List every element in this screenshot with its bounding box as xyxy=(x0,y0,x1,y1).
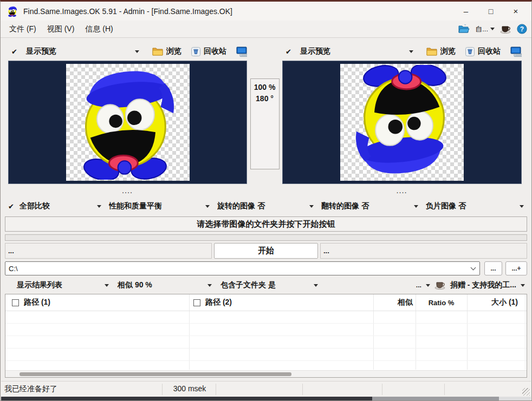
folder-path-combobox[interactable]: C:\ xyxy=(5,261,480,275)
combo-chevron-icon xyxy=(471,265,476,271)
menu-auto-label: 自... xyxy=(475,24,488,34)
left-preview-panel[interactable] xyxy=(8,61,247,184)
title-bar: Find.Same.Images.OK 5.91 - Admin - [Find… xyxy=(1,2,531,21)
left-panel-expander[interactable]: .... xyxy=(8,188,247,194)
left-browse-button[interactable]: 浏览 xyxy=(152,47,181,56)
browse-folder-button[interactable]: ... xyxy=(484,261,502,275)
menu-bar: 文件 (F) 视图 (V) 信息 (H) 自... ? xyxy=(1,21,531,38)
menu-auto-dropdown[interactable]: 自... xyxy=(475,24,495,34)
help-icon[interactable]: ? xyxy=(517,24,527,34)
path-row: C:\ ... ...+ xyxy=(5,261,527,275)
monitor-icon xyxy=(510,47,522,57)
window-title: Find.Same.Images.OK 5.91 - Admin - [Find… xyxy=(23,7,232,16)
left-recycle-button[interactable]: 回收站 xyxy=(191,47,226,56)
show-results-dropdown[interactable]: 显示结果列表 xyxy=(17,280,118,290)
smiley-image-right-rotated xyxy=(345,65,459,180)
right-preview-image xyxy=(340,64,464,181)
compare-all-label: 全部比较 xyxy=(20,201,50,211)
select-all-checkbox-2[interactable] xyxy=(193,299,200,306)
column-header-path2[interactable]: 路径 (2) xyxy=(189,294,373,311)
results-table-header: 路径 (1) 路径 (2) 相似 Ratio % 大小 (1) xyxy=(5,294,527,311)
add-folder-button[interactable]: ...+ xyxy=(505,261,527,275)
zoom-info-box: 100 % 180 ° xyxy=(250,78,280,169)
more-options-label[interactable]: ... xyxy=(416,281,421,289)
scrollbar-thumb[interactable] xyxy=(20,372,291,376)
results-table: 路径 (1) 路径 (2) 相似 Ratio % 大小 (1) xyxy=(5,294,527,378)
instruction-text: 请选择带图像的文件夹并按下开始按钮 xyxy=(197,219,335,229)
preview-toolbars: ✔ 显示预览 浏览 回收站 xyxy=(1,42,531,61)
left-recycle-label: 回收站 xyxy=(204,47,226,56)
left-open-button[interactable]: 打 xyxy=(236,47,247,57)
folder-icon xyxy=(152,47,163,56)
right-open-button[interactable]: 打 xyxy=(510,47,522,57)
column-header-path1[interactable]: 路径 (1) xyxy=(5,294,189,311)
quality-balance-dropdown[interactable]: 性能和质量平衡 xyxy=(109,201,217,211)
start-button[interactable]: 开始 xyxy=(214,243,318,259)
quality-balance-label: 性能和质量平衡 xyxy=(109,201,162,211)
chevron-down-icon[interactable] xyxy=(426,284,430,287)
subfolders-dropdown[interactable]: 包含子文件夹 是 xyxy=(220,280,327,290)
chevron-down-icon[interactable] xyxy=(521,284,525,287)
chevron-down-icon xyxy=(97,205,101,208)
menu-info[interactable]: 信息 (H) xyxy=(80,22,118,36)
horizontal-scrollbar[interactable] xyxy=(5,370,527,377)
chevron-down-icon xyxy=(414,205,418,208)
minimize-button[interactable]: – xyxy=(453,3,478,19)
right-panel-expander[interactable]: .... xyxy=(282,188,522,194)
chevron-down-icon xyxy=(207,284,212,287)
select-all-checkbox-1[interactable] xyxy=(12,299,19,306)
rotated-images-label: 旋转的图像 否 xyxy=(217,201,265,211)
close-button[interactable]: × xyxy=(503,3,528,19)
right-recycle-button[interactable]: 回收站 xyxy=(465,47,501,56)
status-divider xyxy=(162,384,163,395)
chevron-down-icon xyxy=(314,284,318,287)
menu-file[interactable]: 文件 (F) xyxy=(4,22,42,36)
similarity-label: 相似 90 % xyxy=(118,280,152,290)
recycle-bin-icon xyxy=(191,47,200,56)
right-show-preview-dropdown[interactable]: ✔ 显示预览 xyxy=(282,47,417,56)
column-header-similar[interactable]: 相似 xyxy=(373,294,416,311)
status-ready-text: 我已经准备好了 xyxy=(4,384,57,394)
folder-icon xyxy=(426,47,437,56)
column-header-size[interactable]: 大小 (1) xyxy=(467,294,525,311)
similar-header-label: 相似 xyxy=(398,298,413,307)
maximize-button[interactable]: □ xyxy=(478,3,503,19)
status-divider xyxy=(216,384,216,395)
path1-header-label: 路径 (1) xyxy=(24,298,50,307)
zoom-info-column: 100 % 180 ° xyxy=(247,61,282,184)
chevron-down-icon xyxy=(205,205,210,208)
instruction-bar: 请选择带图像的文件夹并按下开始按钮 xyxy=(5,216,527,232)
negative-images-label: 负片图像 否 xyxy=(426,201,466,211)
status-elapsed-text: 300 msek xyxy=(164,384,216,393)
right-recycle-label: 回收站 xyxy=(478,47,501,56)
right-preview-panel[interactable] xyxy=(282,61,522,184)
right-preview-toolbar: ✔ 显示预览 浏览 回收站 xyxy=(282,47,522,57)
donate-label[interactable]: 捐赠 - 支持我的工... xyxy=(450,280,516,290)
folder-open-icon[interactable] xyxy=(458,24,470,34)
negative-images-dropdown[interactable]: 负片图像 否 xyxy=(426,201,525,211)
status-divider xyxy=(444,384,445,395)
rotated-images-dropdown[interactable]: 旋转的图像 否 xyxy=(217,201,321,211)
right-browse-button[interactable]: 浏览 xyxy=(426,47,456,56)
compare-all-dropdown[interactable]: ✔ 全部比较 xyxy=(8,201,109,211)
app-logo-icon xyxy=(7,6,18,17)
status-divider xyxy=(382,384,382,395)
comparison-options-row: ✔ 全部比较 性能和质量平衡 旋转的图像 否 翻转的图像 否 负片图像 否 xyxy=(1,198,531,215)
menu-view[interactable]: 视图 (V) xyxy=(42,22,80,36)
left-browse-label: 浏览 xyxy=(166,47,181,56)
column-header-ratio[interactable]: Ratio % xyxy=(416,294,467,311)
folder-path-value: C:\ xyxy=(9,265,18,273)
coffee-cup-icon[interactable] xyxy=(500,25,511,34)
status-divider xyxy=(302,384,303,395)
right-show-preview-label: 显示预览 xyxy=(300,47,330,56)
left-show-preview-dropdown[interactable]: ✔ 显示预览 xyxy=(8,47,142,56)
results-table-body[interactable] xyxy=(5,311,527,370)
check-icon: ✔ xyxy=(11,48,17,56)
chevron-down-icon xyxy=(490,28,495,30)
flipped-images-dropdown[interactable]: 翻转的图像 否 xyxy=(321,201,426,211)
resize-grip[interactable] xyxy=(522,388,530,396)
left-show-preview-label: 显示预览 xyxy=(26,47,56,56)
similarity-dropdown[interactable]: 相似 90 % xyxy=(118,280,220,290)
left-preview-toolbar: ✔ 显示预览 浏览 回收站 xyxy=(8,47,247,57)
start-row: ... 开始 ... xyxy=(5,243,527,259)
